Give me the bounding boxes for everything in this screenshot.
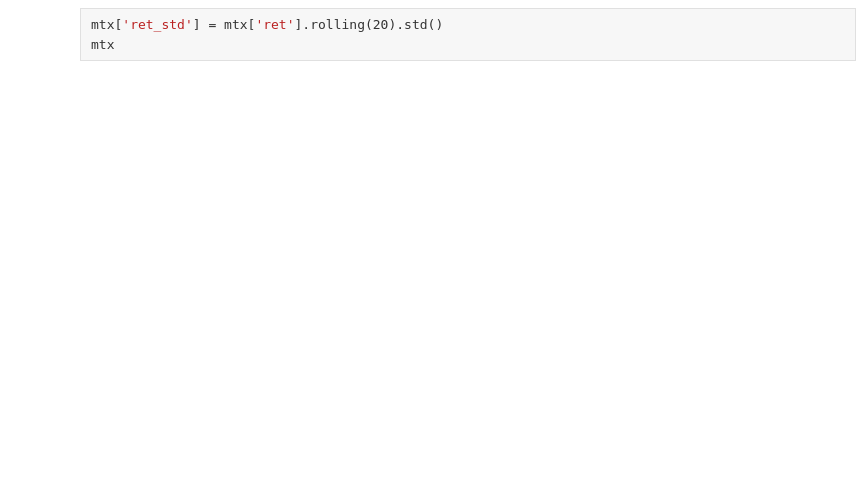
output-label [0, 73, 80, 81]
input-content: mtx['ret_std'] = mtx['ret'].rolling(20).… [80, 4, 856, 65]
output-content [80, 73, 856, 81]
output-cell [0, 69, 856, 85]
input-label [0, 4, 80, 65]
code-block: mtx['ret_std'] = mtx['ret'].rolling(20).… [80, 8, 856, 61]
code-line-2: mtx [91, 37, 114, 52]
code-line-1: mtx['ret_std'] = mtx['ret'].rolling(20).… [91, 17, 443, 32]
input-cell: mtx['ret_std'] = mtx['ret'].rolling(20).… [0, 0, 856, 69]
